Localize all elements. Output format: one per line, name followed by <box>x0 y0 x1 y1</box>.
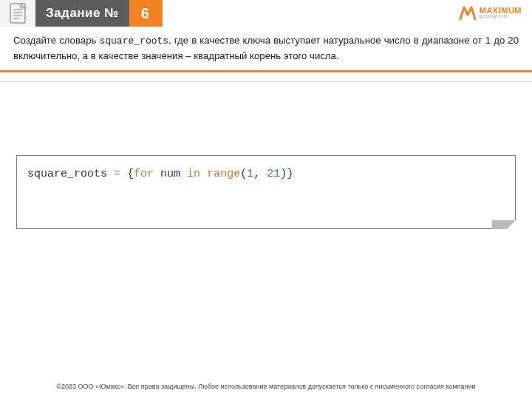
code-token: { <box>120 168 134 180</box>
code-area: square_roots = {for num in range(1, 21)} <box>16 155 516 229</box>
logo-subtext: EDUCATION <box>480 14 522 18</box>
task-description: Создайте словарь square_roots, где в кач… <box>13 33 519 63</box>
grey-divider <box>0 81 532 82</box>
code-token-keyword: in <box>187 168 200 180</box>
footer: ©2023 ООО «Юмакс». Все права защищены. Л… <box>0 378 532 392</box>
code-token: num <box>154 168 187 180</box>
task-title: Задание № <box>46 6 119 21</box>
code-token-assign: = <box>114 168 120 180</box>
code-token-builtin: range <box>207 168 240 180</box>
slide: Задание № 6 MAXIMUM EDUCATION Создайте с… <box>0 0 532 399</box>
task-number-block: 6 <box>128 0 163 27</box>
header: Задание № 6 MAXIMUM EDUCATION <box>0 0 532 27</box>
doc-icon-wrap <box>0 0 35 27</box>
task-description-wrap: Создайте словарь square_roots, где в кач… <box>0 27 532 70</box>
orange-divider <box>0 70 532 72</box>
page-corner-fold-icon <box>492 220 516 229</box>
code-token-number: 21 <box>267 168 280 180</box>
brand-logo: MAXIMUM EDUCATION <box>459 4 522 21</box>
code-token: ( <box>240 168 247 180</box>
logo-text-stack: MAXIMUM EDUCATION <box>480 7 522 18</box>
title-block: Задание № <box>35 0 129 27</box>
code-token-number: 1 <box>247 168 253 180</box>
document-icon <box>9 3 27 24</box>
code-line: square_roots = {for num in range(1, 21)} <box>27 168 505 180</box>
code-token: square_roots <box>27 168 114 180</box>
task-code-name: square_roots <box>99 35 168 47</box>
copyright-text: ©2023 ООО «Юмакс». Все права защищены. Л… <box>56 383 475 390</box>
task-text-1: Создайте словарь <box>13 35 99 46</box>
code-token: , <box>253 168 267 180</box>
task-number: 6 <box>141 5 149 22</box>
code-token-keyword: for <box>134 168 154 180</box>
code-box: square_roots = {for num in range(1, 21)} <box>16 155 516 229</box>
logo-mark-icon <box>459 4 477 21</box>
code-token: )} <box>280 168 293 180</box>
code-token <box>200 168 207 180</box>
header-left: Задание № 6 <box>0 0 163 27</box>
